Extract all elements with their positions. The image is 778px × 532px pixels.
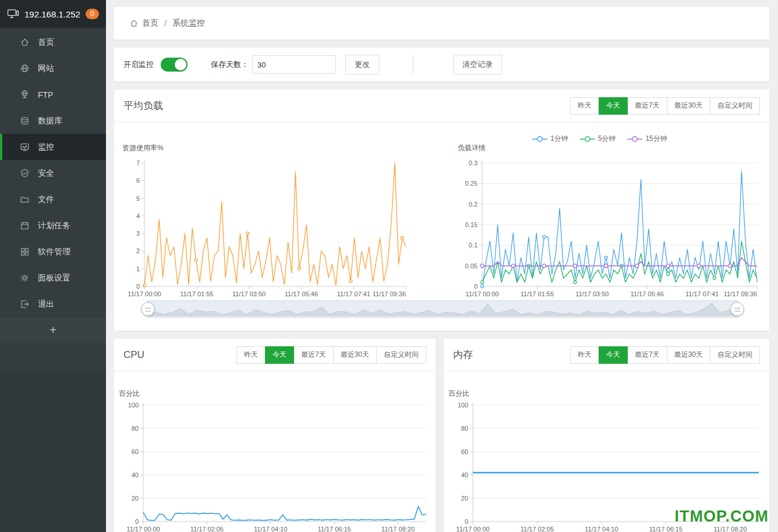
datazoom-left-handle[interactable]	[141, 302, 155, 316]
range-30days-button[interactable]: 最近30天	[667, 97, 710, 115]
sidebar-item-label: 网站	[38, 63, 54, 74]
range-today-button[interactable]: 今天	[599, 346, 628, 364]
breadcrumb-separator: /	[164, 19, 167, 28]
cpu-section-header: CPU 昨天 今天 最近7天 最近30天 自定义时间	[114, 339, 436, 371]
svg-text:11/17 07:41: 11/17 07:41	[337, 290, 370, 297]
range-today-button[interactable]: 今天	[599, 97, 628, 115]
svg-text:11/17 06:15: 11/17 06:15	[649, 526, 682, 532]
sidebar-item-label: 首页	[38, 37, 54, 48]
range-30days-button[interactable]: 最近30天	[667, 346, 710, 364]
divider	[413, 55, 413, 75]
memory-section-title: 内存	[453, 348, 473, 361]
svg-text:11/17 09:36: 11/17 09:36	[724, 290, 757, 297]
database-icon	[20, 116, 30, 126]
sidebar-item-security[interactable]: 安全	[0, 160, 106, 186]
message-badge[interactable]: 0	[86, 9, 99, 19]
range-custom-button[interactable]: 自定义时间	[376, 346, 426, 364]
globe-icon	[20, 63, 30, 74]
cpu-time-range-group: 昨天 今天 最近7天 最近30天 自定义时间	[237, 346, 426, 364]
svg-text:百分比: 百分比	[448, 389, 469, 398]
svg-text:11/17 01:55: 11/17 01:55	[521, 290, 554, 297]
sidebar-item-label: 数据库	[38, 116, 62, 126]
legend-marker-icon	[532, 136, 547, 143]
svg-text:40: 40	[461, 471, 468, 478]
sidebar-item-label: 计划任务	[38, 221, 70, 231]
svg-text:0: 0	[474, 283, 478, 290]
range-yesterday-button[interactable]: 昨天	[570, 346, 599, 364]
load-section-header: 平均负载 昨天 今天 最近7天 最近30天 自定义时间	[114, 90, 769, 122]
range-7days-button[interactable]: 最近7天	[293, 346, 334, 364]
svg-text:11/17 00:00: 11/17 00:00	[128, 290, 161, 297]
range-7days-button[interactable]: 最近7天	[627, 97, 667, 115]
svg-text:11/17 00:00: 11/17 00:00	[126, 526, 160, 532]
apply-days-button[interactable]: 更改	[345, 55, 379, 75]
legend-marker-icon	[627, 136, 642, 143]
breadcrumb-home[interactable]: 首页	[142, 18, 158, 29]
svg-text:5: 5	[136, 195, 140, 202]
cpu-chart: 02040608010011/17 00:0011/17 02:0511/17 …	[116, 388, 432, 532]
clear-records-button[interactable]: 清空记录	[453, 55, 502, 75]
load-average-section: 平均负载 昨天 今天 最近7天 最近30天 自定义时间 1分钟5分钟15分钟 0…	[114, 90, 769, 331]
logout-icon	[20, 299, 30, 310]
gear-icon	[20, 273, 30, 283]
sidebar-item-ftp[interactable]: FTP	[0, 81, 106, 108]
svg-text:11/17 01:55: 11/17 01:55	[180, 290, 213, 297]
sidebar-item-cron[interactable]: 计划任务	[0, 212, 106, 239]
monitor-toggle-label: 开启监控	[123, 59, 154, 70]
home-icon	[129, 19, 139, 28]
datazoom-silhouette	[147, 301, 737, 316]
svg-text:3: 3	[136, 230, 140, 237]
grid-icon	[20, 247, 30, 257]
svg-text:11/17 09:36: 11/17 09:36	[373, 290, 406, 297]
svg-text:11/17 05:46: 11/17 05:46	[285, 290, 318, 297]
svg-text:11/17 00:00: 11/17 00:00	[465, 290, 498, 297]
range-30days-button[interactable]: 最近30天	[333, 346, 377, 364]
svg-text:11/17 02:05: 11/17 02:05	[190, 526, 224, 532]
datazoom-right-handle[interactable]	[730, 302, 744, 316]
svg-text:1: 1	[136, 265, 140, 272]
sidebar-item-settings[interactable]: 面板设置	[0, 265, 106, 291]
breadcrumb-current: 系统监控	[172, 18, 205, 29]
svg-text:60: 60	[132, 448, 139, 455]
svg-text:40: 40	[132, 471, 139, 478]
sidebar-item-site[interactable]: 网站	[0, 55, 106, 81]
monitor-toggle[interactable]	[161, 58, 188, 72]
svg-text:11/17 03:50: 11/17 03:50	[232, 290, 266, 297]
range-custom-button[interactable]: 自定义时间	[710, 346, 760, 364]
memory-section-header: 内存 昨天 今天 最近7天 最近30天 自定义时间	[444, 339, 769, 371]
datazoom-slider[interactable]	[147, 300, 738, 318]
sidebar-item-software[interactable]: 软件管理	[0, 239, 106, 265]
cpu-section: CPU 昨天 今天 最近7天 最近30天 自定义时间 0204060801001…	[114, 339, 436, 532]
range-yesterday-button[interactable]: 昨天	[236, 346, 266, 364]
range-yesterday-button[interactable]: 昨天	[570, 97, 599, 115]
sidebar-item-monitor[interactable]: 监控	[0, 134, 106, 160]
svg-text:11/17 02:05: 11/17 02:05	[521, 526, 554, 532]
svg-text:100: 100	[128, 402, 139, 409]
sidebar-item-database[interactable]: 数据库	[0, 108, 106, 134]
cpu-section-title: CPU	[123, 349, 144, 361]
svg-text:负载详情: 负载详情	[458, 144, 486, 152]
svg-text:6: 6	[136, 177, 140, 184]
sidebar-item-label: FTP	[38, 90, 53, 100]
server-ip: 192.168.1.252	[24, 9, 80, 19]
toggle-knob	[175, 59, 186, 70]
sidebar-item-logout[interactable]: 退出	[0, 291, 106, 317]
memory-time-range-group: 昨天 今天 最近7天 最近30天 自定义时间	[571, 346, 760, 364]
svg-text:11/17 08:20: 11/17 08:20	[381, 526, 415, 532]
save-days-input[interactable]	[252, 55, 336, 74]
calendar-icon	[20, 221, 30, 231]
sidebar-item-home[interactable]: 首页	[0, 29, 106, 55]
svg-text:7: 7	[136, 159, 140, 166]
range-custom-button[interactable]: 自定义时间	[710, 97, 760, 115]
range-7days-button[interactable]: 最近7天	[627, 346, 667, 364]
sidebar-item-label: 退出	[38, 299, 54, 310]
svg-text:11/17 03:50: 11/17 03:50	[575, 290, 609, 297]
server-icon	[7, 9, 20, 19]
svg-text:11/17 04:10: 11/17 04:10	[585, 526, 618, 532]
load-detail-chart: 00.050.10.150.20.250.311/17 00:0011/17 0…	[455, 142, 765, 303]
svg-text:0: 0	[135, 518, 139, 525]
sidebar-item-files[interactable]: 文件	[0, 186, 106, 212]
range-today-button[interactable]: 今天	[265, 346, 294, 364]
add-shortcut-button[interactable]: +	[0, 317, 106, 343]
resource-usage-chart: 0123456711/17 00:0011/17 01:5511/17 03:5…	[120, 142, 414, 303]
